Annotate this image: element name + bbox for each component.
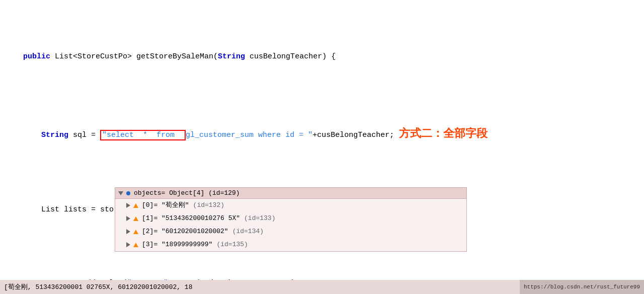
code-line-1: public List<StoreCustPo> getStoreBySaleM…	[5, 38, 639, 76]
debug-value-0: [0]= "荀全刚"	[142, 200, 189, 211]
expand-row-3-icon[interactable]	[126, 242, 130, 247]
debug-row-1: [1]= "513436200010276 5X" (id=133)	[115, 212, 466, 225]
type-icon-2	[133, 230, 138, 234]
debug-id-2: (id=134)	[232, 226, 264, 237]
debug-header-text: objects= Object[4] (id=129)	[134, 189, 240, 197]
url-text: https://blog.csdn.net/rust_future99	[524, 284, 640, 290]
debug-header: objects= Object[4] (id=129)	[115, 188, 466, 199]
expand-row-0-icon[interactable]	[126, 203, 130, 208]
expand-row-1-icon[interactable]	[126, 216, 130, 221]
code-line-2: String sql = "select * from gl_customer_…	[5, 112, 639, 155]
debug-value-1: [1]= "513436200010276 5X"	[142, 213, 240, 224]
sql-string-highlight: "select * from	[100, 130, 186, 140]
type-icon-1	[133, 216, 138, 221]
debug-row-3: [3]= "18999999999" (id=135)	[115, 238, 466, 251]
bottom-bar-text: [荀全刚, 513436200001 02765X, 6012020010200…	[4, 282, 192, 291]
debug-value-2: [2]= "601202001020002"	[142, 226, 228, 237]
expand-row-2-icon[interactable]	[126, 229, 130, 234]
annotation-method2: 方式二：全部字段	[399, 127, 488, 139]
debug-id-1: (id=133)	[244, 213, 275, 224]
debug-row-0: [0]= "荀全刚" (id=132)	[115, 199, 466, 212]
type-icon-0	[133, 203, 138, 208]
debug-value-3: [3]= "18999999999"	[142, 239, 212, 250]
expand-icon[interactable]	[118, 191, 123, 195]
debug-id-0: (id=132)	[193, 200, 224, 211]
blue-dot-icon	[126, 191, 130, 195]
type-icon-3	[133, 243, 138, 247]
debug-popup: objects= Object[4] (id=129) [0]= "荀全刚" (…	[115, 187, 467, 252]
debug-id-3: (id=135)	[216, 239, 248, 250]
bottom-bar-url: https://blog.csdn.net/rust_future99	[520, 280, 644, 294]
debug-row-2: [2]= "601202001020002" (id=134)	[115, 225, 466, 238]
